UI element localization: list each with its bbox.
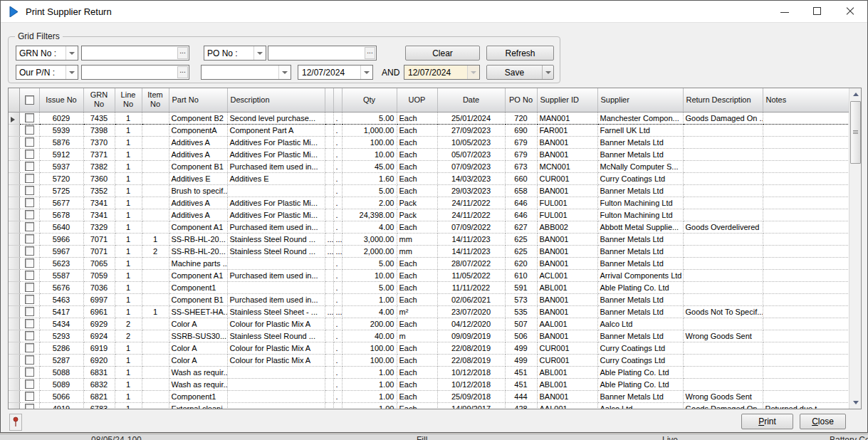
column-header-supplier_id[interactable]: Supplier ID [537, 88, 597, 112]
cell-date[interactable]: 25/01/2024 [437, 112, 505, 124]
cell-issue[interactable]: 5587 [39, 269, 83, 281]
cell-date[interactable]: 07/09/2022 [437, 221, 505, 233]
row-checkbox[interactable] [25, 174, 34, 183]
row-checkbox-cell[interactable] [19, 318, 39, 330]
cell-date[interactable]: 05/07/2023 [437, 148, 505, 160]
grid-row[interactable]: 587673701Additives AAdditives For Plasti… [9, 136, 850, 148]
cell-notes[interactable] [763, 293, 850, 305]
cell-part[interactable]: Color A [169, 318, 227, 330]
cell-qty[interactable]: 1.00 [342, 390, 397, 402]
cell-uop[interactable]: Pack [397, 209, 437, 221]
cell-line[interactable]: 1 [115, 245, 142, 257]
cell-grn[interactable]: 7071 [83, 245, 115, 257]
cell-desc[interactable]: Second level purchase... [227, 112, 325, 124]
cell-date[interactable]: 23/07/2020 [437, 305, 505, 318]
grid-row[interactable]: 508868311Wash as requir....1.00Each10/12… [9, 366, 850, 378]
clear-button[interactable]: Clear [405, 46, 480, 61]
cell-uop[interactable]: Each [397, 281, 437, 293]
cell-desc[interactable] [227, 281, 325, 293]
cell-issue[interactable]: 5286 [39, 342, 83, 354]
grid-row[interactable]: 528769201Color AColour for Plastic Mix A… [9, 354, 850, 366]
cell-qty[interactable]: 1.60 [342, 172, 397, 184]
cell-n1[interactable]: ... [325, 245, 333, 257]
cell-grn[interactable]: 7036 [83, 281, 115, 293]
row-checkbox-cell[interactable] [19, 136, 39, 148]
cell-return_desc[interactable] [683, 257, 763, 269]
cell-part[interactable]: Wash as requir... [169, 378, 227, 390]
cell-date[interactable]: 22/08/2019 [437, 342, 505, 354]
cell-supplier_id[interactable]: BAN001 [537, 184, 597, 197]
row-checkbox[interactable] [25, 210, 34, 219]
column-header-return_desc[interactable]: Return Description [683, 88, 763, 112]
cell-n1[interactable] [325, 257, 333, 269]
cell-grn[interactable]: 7435 [83, 112, 115, 124]
cell-issue[interactable]: 5720 [39, 172, 83, 184]
cell-part[interactable]: Brush to specif... [169, 184, 227, 197]
cell-issue[interactable]: 5967 [39, 245, 83, 257]
grid-row[interactable]: 567670361Component1.5.00Each11/11/202259… [9, 281, 850, 293]
cell-date[interactable]: 28/07/2022 [437, 257, 505, 269]
our-pn-value-input[interactable] [83, 66, 177, 78]
cell-supplier_id[interactable]: BAN001 [537, 305, 597, 318]
cell-supplier[interactable]: Aalco Ltd [597, 318, 683, 330]
cell-supplier_id[interactable]: FAR001 [537, 124, 597, 136]
row-selector[interactable] [9, 293, 19, 305]
cell-uop[interactable]: mm [397, 245, 437, 257]
cell-notes[interactable] [763, 148, 850, 160]
cell-date[interactable]: 10/12/2018 [437, 378, 505, 390]
cell-qty[interactable]: 40.00 [342, 330, 397, 342]
print-button[interactable]: Print [741, 414, 793, 429]
cell-line[interactable]: 1 [115, 233, 142, 245]
cell-notes[interactable] [763, 136, 850, 148]
cell-desc[interactable] [227, 257, 325, 269]
cell-line[interactable]: 1 [115, 257, 142, 269]
row-checkbox[interactable] [25, 404, 34, 409]
cell-item[interactable] [142, 318, 169, 330]
cell-date[interactable]: 07/09/2023 [437, 160, 505, 172]
cell-item[interactable] [142, 148, 169, 160]
cell-part[interactable]: SS-RB-HL-20... [169, 245, 227, 257]
cell-n1[interactable] [325, 112, 333, 124]
cell-qty[interactable]: 1,000.00 [342, 124, 397, 136]
grid-row[interactable]: 528669191Color AColour for Plastic Mix A… [9, 342, 850, 354]
cell-grn[interactable]: 6997 [83, 293, 115, 305]
cell-qty[interactable]: 1.00 [342, 293, 397, 305]
row-selector[interactable] [9, 124, 19, 136]
cell-return_desc[interactable] [683, 245, 763, 257]
cell-po[interactable]: 451 [505, 378, 537, 390]
cell-supplier[interactable]: Curry Coatings Ltd [597, 354, 683, 366]
cell-return_desc[interactable]: Wrong Goods Sent [683, 390, 763, 402]
cell-n1[interactable] [325, 209, 333, 221]
cell-return_desc[interactable] [683, 281, 763, 293]
cell-n1[interactable] [325, 318, 333, 330]
grid-row[interactable]: 506668211Component1.1.00Each25/09/201844… [9, 390, 850, 402]
cell-notes[interactable]: Returned due t... [763, 402, 850, 409]
row-checkbox-cell[interactable] [19, 378, 39, 390]
minimize-button[interactable] [768, 1, 801, 23]
cell-notes[interactable] [763, 342, 850, 354]
po-browse-button[interactable]: ... [365, 47, 375, 59]
cell-issue[interactable]: 5293 [39, 330, 83, 342]
cell-uop[interactable]: Each [397, 160, 437, 172]
row-checkbox-cell[interactable] [19, 269, 39, 281]
cell-item[interactable] [142, 124, 169, 136]
cell-qty[interactable]: 24,398.00 [342, 209, 397, 221]
column-header-issue[interactable]: Issue No [39, 88, 83, 112]
cell-desc[interactable]: Additives For Plastic Mi... [227, 148, 325, 160]
row-checkbox-cell[interactable] [19, 305, 39, 318]
cell-supplier[interactable]: Able Plating Co. Ltd [597, 378, 683, 390]
cell-qty[interactable]: 4.00 [342, 221, 397, 233]
cell-n1[interactable] [325, 136, 333, 148]
row-selector[interactable] [9, 172, 19, 184]
select-all-checkbox[interactable] [25, 95, 34, 105]
cell-n2[interactable]: . [333, 112, 342, 124]
cell-return_desc[interactable] [683, 160, 763, 172]
cell-return_desc[interactable] [683, 233, 763, 245]
cell-supplier[interactable]: Banner Metals Ltd [597, 245, 683, 257]
cell-notes[interactable] [763, 124, 850, 136]
cell-po[interactable]: 499 [505, 354, 537, 366]
row-selector[interactable] [9, 197, 19, 209]
cell-n1[interactable] [325, 366, 333, 378]
cell-n2[interactable]: . [333, 281, 342, 293]
cell-desc[interactable]: Purchased item used in... [227, 221, 325, 233]
